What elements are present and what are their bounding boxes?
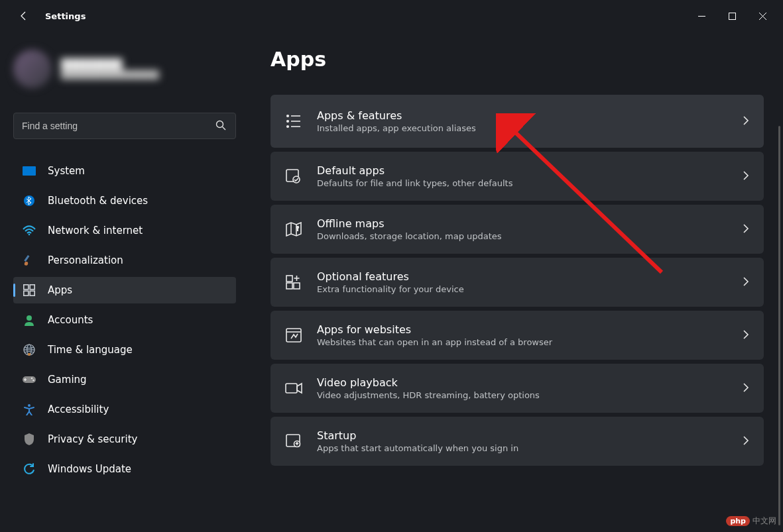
svg-point-20 <box>31 378 33 380</box>
sidebar-item-label: Network & internet <box>48 225 143 237</box>
sidebar-item-gaming[interactable]: Gaming <box>13 366 236 393</box>
gaming-icon <box>23 373 36 386</box>
back-button[interactable] <box>11 3 37 29</box>
sidebar-item-label: Personalization <box>48 254 123 266</box>
card-list[interactable]: Apps & featuresInstalled apps, app execu… <box>271 95 764 148</box>
card-default[interactable]: Default appsDefaults for file and link t… <box>271 152 764 201</box>
sidebar-item-system[interactable]: System <box>13 158 236 184</box>
sidebar-item-label: Gaming <box>48 374 87 386</box>
svg-rect-11 <box>30 285 34 290</box>
svg-rect-10 <box>24 285 29 290</box>
svg-point-4 <box>217 121 223 128</box>
sidebar-item-apps[interactable]: Apps <box>13 277 236 303</box>
search-icon <box>215 119 227 133</box>
card-webapps[interactable]: Apps for websitesWebsites that can open … <box>271 311 764 360</box>
default-icon <box>285 168 302 185</box>
settings-cards: Apps & featuresInstalled apps, app execu… <box>271 95 764 467</box>
scrollbar[interactable] <box>778 126 780 525</box>
profile-text: ████████ ████████████████ <box>61 58 159 80</box>
svg-point-14 <box>27 315 32 321</box>
sidebar-nav: SystemBluetooth & devicesNetwork & inter… <box>13 158 236 482</box>
chevron-right-icon <box>743 435 749 448</box>
card-text: StartupApps that start automatically whe… <box>317 429 728 453</box>
card-subtitle: Downloads, storage location, map updates <box>317 231 728 241</box>
shield-icon <box>23 433 36 446</box>
card-video[interactable]: Video playbackVideo adjustments, HDR str… <box>271 364 764 413</box>
sidebar: ████████ ████████████████ SystemBluetoot… <box>0 32 236 532</box>
chevron-right-icon <box>743 223 749 236</box>
svg-rect-36 <box>286 276 292 282</box>
sidebar-item-label: Accounts <box>48 314 93 326</box>
sidebar-item-label: Bluetooth & devices <box>48 195 148 207</box>
svg-rect-12 <box>24 291 29 295</box>
svg-point-22 <box>28 404 30 407</box>
sidebar-item-shield[interactable]: Privacy & security <box>13 426 236 452</box>
search-input[interactable] <box>13 113 236 139</box>
accessibility-icon <box>23 403 36 416</box>
page-title: Apps <box>271 48 770 71</box>
card-subtitle: Installed apps, app execution aliases <box>317 123 728 133</box>
svg-rect-1 <box>729 13 735 19</box>
sidebar-item-update[interactable]: Windows Update <box>13 456 236 482</box>
sidebar-item-wifi[interactable]: Network & internet <box>13 217 236 244</box>
maximize-icon <box>729 13 736 20</box>
card-text: Optional featuresExtra functionality for… <box>317 270 728 294</box>
card-title: Apps & features <box>317 109 728 122</box>
sidebar-item-label: Accessibility <box>48 403 109 415</box>
svg-point-27 <box>287 121 289 123</box>
svg-rect-13 <box>30 291 34 295</box>
card-title: Offline maps <box>317 217 728 230</box>
sidebar-item-account[interactable]: Accounts <box>13 307 236 333</box>
chevron-right-icon <box>743 115 749 128</box>
watermark-badge: php <box>726 516 750 526</box>
card-title: Optional features <box>317 270 728 283</box>
avatar <box>13 50 52 88</box>
card-text: Video playbackVideo adjustments, HDR str… <box>317 376 728 400</box>
globe-icon <box>23 343 36 356</box>
sidebar-item-brush[interactable]: Personalization <box>13 247 236 274</box>
card-maps[interactable]: Offline mapsDownloads, storage location,… <box>271 205 764 254</box>
card-startup[interactable]: StartupApps that start automatically whe… <box>271 417 764 466</box>
sidebar-item-bluetooth[interactable]: Bluetooth & devices <box>13 187 236 214</box>
maximize-button[interactable] <box>717 5 747 27</box>
maps-icon <box>285 221 302 238</box>
card-title: Video playback <box>317 376 728 389</box>
svg-rect-37 <box>286 283 292 289</box>
card-title: Default apps <box>317 164 728 177</box>
card-title: Startup <box>317 429 728 442</box>
sidebar-item-globe[interactable]: Time & language <box>13 337 236 363</box>
sidebar-item-accessibility[interactable]: Accessibility <box>13 396 236 423</box>
window-controls <box>686 5 778 27</box>
main-panel: Apps Apps & featuresInstalled apps, app … <box>236 32 783 532</box>
svg-marker-44 <box>297 384 302 393</box>
minimize-button[interactable] <box>686 5 717 27</box>
profile-section[interactable]: ████████ ████████████████ <box>13 37 225 101</box>
chevron-right-icon <box>743 329 749 342</box>
card-title: Apps for websites <box>317 323 728 336</box>
card-optional[interactable]: Optional featuresExtra functionality for… <box>271 258 764 307</box>
card-subtitle: Websites that can open in an app instead… <box>317 337 728 347</box>
apps-icon <box>23 284 36 297</box>
card-text: Apps & featuresInstalled apps, app execu… <box>317 109 728 133</box>
content: ████████ ████████████████ SystemBluetoot… <box>0 32 783 532</box>
startup-icon <box>285 433 302 450</box>
card-subtitle: Video adjustments, HDR streaming, batter… <box>317 390 728 400</box>
close-button[interactable] <box>747 5 778 27</box>
svg-rect-43 <box>286 384 297 393</box>
watermark: php 中文网 <box>726 515 776 527</box>
svg-point-35 <box>296 226 299 229</box>
update-icon <box>23 462 36 476</box>
card-text: Offline mapsDownloads, storage location,… <box>317 217 728 241</box>
svg-rect-9 <box>24 255 29 262</box>
brush-icon <box>23 254 36 267</box>
search-field[interactable] <box>13 113 236 139</box>
card-text: Default appsDefaults for file and link t… <box>317 164 728 188</box>
arrow-left-icon <box>19 11 29 21</box>
sidebar-item-label: System <box>48 165 85 177</box>
webapps-icon <box>285 327 302 344</box>
card-subtitle: Extra functionality for your device <box>317 284 728 294</box>
card-subtitle: Apps that start automatically when you s… <box>317 443 728 453</box>
minimize-icon <box>698 13 705 20</box>
app-title: Settings <box>45 11 86 21</box>
svg-point-8 <box>29 234 30 236</box>
